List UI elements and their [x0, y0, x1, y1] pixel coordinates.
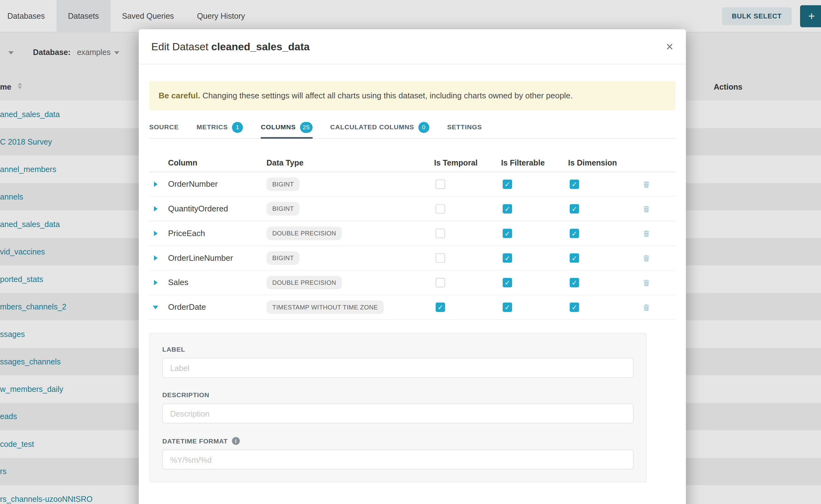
- column-header-is-dimension: Is Dimension: [568, 158, 635, 166]
- expand-caret-icon[interactable]: [154, 231, 158, 236]
- delete-icon[interactable]: [642, 180, 650, 188]
- delete-icon[interactable]: [642, 230, 650, 237]
- delete-icon[interactable]: [642, 205, 650, 213]
- tab-label: SETTINGS: [447, 124, 482, 131]
- expand-cell: [149, 280, 168, 285]
- expand-caret-icon[interactable]: [153, 305, 158, 309]
- tab-label: METRICS: [196, 124, 228, 131]
- datetime-format-input[interactable]: [162, 450, 634, 470]
- delete-cell: [635, 279, 657, 287]
- modal-tabs: SOURCEMETRICS1COLUMNS25CALCULATED COLUMN…: [149, 117, 675, 139]
- is-filterable-checkbox[interactable]: ✓: [503, 278, 512, 287]
- expand-caret-icon[interactable]: [154, 255, 158, 261]
- data-type-cell: BIGINT: [266, 177, 434, 191]
- expand-cell: [149, 305, 168, 309]
- data-type-cell: DOUBLE PRECISION: [266, 227, 434, 240]
- is-filterable-checkbox[interactable]: ✓: [503, 253, 512, 263]
- close-icon[interactable]: ×: [666, 40, 673, 53]
- column-name: OrderLineNumber: [168, 253, 266, 263]
- description-input[interactable]: [162, 403, 634, 423]
- column-name: OrderNumber: [168, 180, 266, 189]
- is-temporal-checkbox[interactable]: [436, 229, 445, 238]
- is-temporal-checkbox[interactable]: [436, 204, 445, 214]
- label-field-label: LABEL: [162, 346, 634, 353]
- is-dimension-checkbox[interactable]: ✓: [570, 229, 579, 238]
- is-filterable-checkbox[interactable]: ✓: [503, 303, 512, 312]
- modal-body: Be careful. Changing these settings will…: [139, 81, 686, 483]
- is-temporal-cell: [434, 253, 501, 263]
- datetime-format-field-label: DATETIME FORMAT: [162, 437, 228, 444]
- data-type-cell: DOUBLE PRECISION: [266, 276, 434, 289]
- delete-icon[interactable]: [642, 303, 650, 311]
- is-temporal-cell: [434, 204, 501, 214]
- column-header-is-temporal: Is Temporal: [434, 158, 501, 166]
- is-dimension-checkbox[interactable]: ✓: [570, 278, 579, 287]
- is-filterable-checkbox[interactable]: ✓: [503, 180, 512, 189]
- tab-metrics[interactable]: METRICS1: [196, 117, 243, 138]
- is-temporal-checkbox[interactable]: [436, 278, 445, 287]
- is-dimension-cell: ✓: [568, 278, 635, 287]
- is-temporal-checkbox[interactable]: ✓: [436, 303, 445, 312]
- modal-title-dataset-name: cleaned_sales_data: [211, 41, 309, 52]
- warning-banner-text: Changing these settings will affect all …: [200, 91, 573, 100]
- expand-caret-icon[interactable]: [154, 182, 158, 187]
- tab-count-badge: 25: [300, 122, 312, 133]
- modal-title-prefix: Edit Dataset: [151, 41, 208, 52]
- tab-label: COLUMNS: [261, 124, 296, 131]
- column-row: Sales DOUBLE PRECISION ✓ ✓: [149, 271, 675, 295]
- column-row: QuantityOrdered BIGINT ✓ ✓: [149, 197, 675, 221]
- warning-banner-bold: Be careful.: [159, 91, 200, 100]
- is-filterable-cell: ✓: [501, 204, 568, 214]
- column-row: OrderDate TIMESTAMP WITHOUT TIME ZONE ✓ …: [149, 295, 675, 320]
- delete-cell: [635, 180, 657, 188]
- delete-icon[interactable]: [642, 279, 650, 287]
- expand-caret-icon[interactable]: [154, 206, 158, 211]
- is-filterable-cell: ✓: [501, 278, 568, 287]
- is-dimension-checkbox[interactable]: ✓: [570, 253, 579, 263]
- is-dimension-cell: ✓: [568, 229, 635, 238]
- modal-header: Edit Dataset cleaned_sales_data ×: [139, 29, 686, 64]
- data-type-badge: BIGINT: [266, 177, 299, 191]
- is-filterable-cell: ✓: [501, 180, 568, 189]
- data-type-badge: TIMESTAMP WITHOUT TIME ZONE: [266, 300, 383, 314]
- column-name: PriceEach: [168, 229, 266, 238]
- data-type-badge: DOUBLE PRECISION: [266, 276, 342, 289]
- columns-table-header: Column Data Type Is Temporal Is Filterab…: [149, 153, 675, 172]
- expand-cell: [149, 255, 168, 261]
- is-dimension-checkbox[interactable]: ✓: [570, 204, 579, 214]
- is-filterable-cell: ✓: [501, 303, 568, 312]
- data-type-badge: BIGINT: [266, 251, 299, 265]
- delete-icon[interactable]: [642, 254, 650, 262]
- expand-caret-icon[interactable]: [154, 280, 158, 285]
- edit-dataset-modal: Edit Dataset cleaned_sales_data × Be car…: [139, 29, 686, 504]
- data-type-badge: DOUBLE PRECISION: [266, 227, 342, 240]
- is-filterable-checkbox[interactable]: ✓: [503, 229, 512, 238]
- tab-settings[interactable]: SETTINGS: [447, 117, 482, 138]
- is-dimension-checkbox[interactable]: ✓: [570, 303, 579, 312]
- is-dimension-cell: ✓: [568, 253, 635, 263]
- column-header-is-filterable: Is Filterable: [501, 158, 568, 166]
- tab-count-badge: 0: [418, 122, 429, 133]
- tab-calculated-columns[interactable]: CALCULATED COLUMNS0: [330, 117, 429, 138]
- is-filterable-checkbox[interactable]: ✓: [503, 204, 512, 214]
- is-temporal-cell: [434, 278, 501, 287]
- is-temporal-cell: [434, 229, 501, 238]
- info-icon[interactable]: i: [232, 437, 240, 445]
- is-temporal-checkbox[interactable]: [436, 253, 445, 263]
- is-dimension-cell: ✓: [568, 180, 635, 189]
- is-dimension-cell: ✓: [568, 303, 635, 312]
- tab-source[interactable]: SOURCE: [149, 117, 179, 138]
- tab-label: CALCULATED COLUMNS: [330, 124, 414, 131]
- data-type-cell: BIGINT: [266, 202, 434, 216]
- is-temporal-checkbox[interactable]: [436, 180, 445, 189]
- is-dimension-checkbox[interactable]: ✓: [570, 180, 579, 189]
- is-filterable-cell: ✓: [501, 253, 568, 263]
- modal-title: Edit Dataset cleaned_sales_data: [151, 41, 309, 53]
- is-dimension-cell: ✓: [568, 204, 635, 214]
- tab-columns[interactable]: COLUMNS25: [261, 117, 312, 138]
- column-name: QuantityOrdered: [168, 204, 266, 214]
- column-header-column: Column: [168, 158, 266, 166]
- description-field-label: DESCRIPTION: [162, 392, 634, 399]
- label-input[interactable]: [162, 358, 634, 378]
- description-field: DESCRIPTION: [162, 392, 634, 423]
